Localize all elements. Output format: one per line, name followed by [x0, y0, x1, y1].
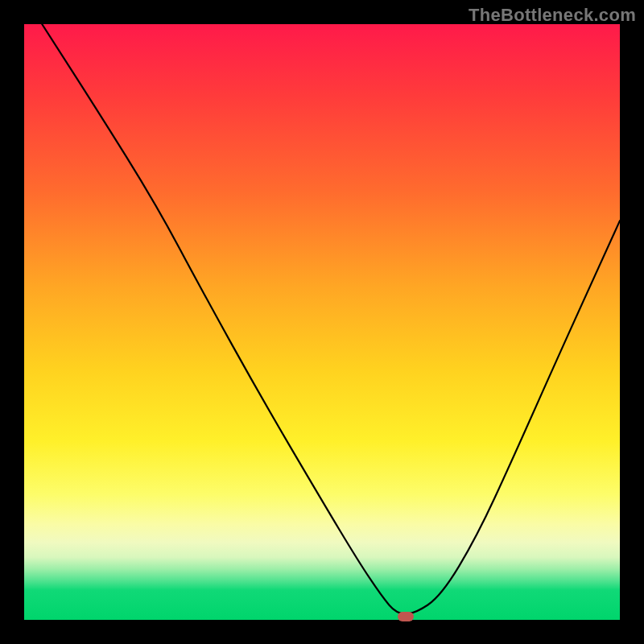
chart-container: TheBottleneck.com: [0, 0, 644, 644]
bottleneck-curve: [24, 24, 620, 620]
optimum-marker: [398, 612, 414, 621]
watermark-text: TheBottleneck.com: [469, 5, 636, 26]
plot-area: [24, 24, 620, 620]
